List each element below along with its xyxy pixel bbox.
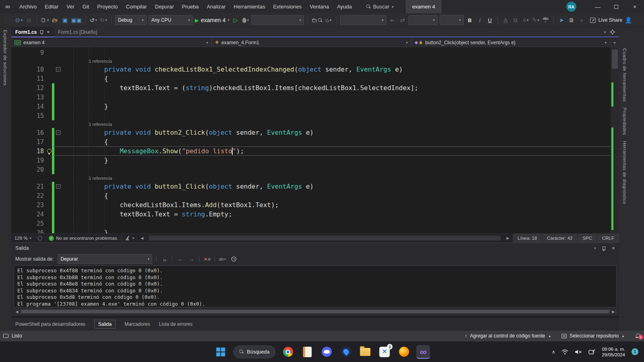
code-line-25[interactable]: 25 (11, 219, 611, 228)
hscroll-right-arrow[interactable]: ▶ (503, 236, 512, 240)
underline-button[interactable]: U (486, 15, 494, 25)
code-line-24[interactable]: 24 textBox1.Text = string.Empty; (11, 210, 611, 219)
add-source-control-button[interactable]: ↑ Agregar al control de código fuente ▲ (465, 333, 551, 339)
editor-vertical-scrollbar[interactable] (611, 47, 619, 233)
empty-dropdown-1[interactable]: ▾ (252, 15, 304, 25)
collapse-region-icon[interactable]: − (56, 184, 60, 189)
menu-herramientas[interactable]: Herramientas (230, 0, 269, 13)
pin-icon[interactable] (39, 30, 44, 34)
code-line-12[interactable]: 12 textBox1.Text = (string)checkedListBo… (11, 83, 611, 93)
codelens-row[interactable]: 1 referencia (11, 57, 611, 65)
output-horizontal-scrollbar[interactable]: ◀ ▶ (14, 309, 617, 315)
menu-analizar[interactable]: Analizar (203, 0, 230, 13)
paint-app-icon[interactable] (339, 345, 353, 359)
document-outline-button[interactable]: 🗎 (568, 15, 576, 25)
open-folder-button[interactable]: 🗁 (51, 15, 59, 25)
solution-explorer-sync-button[interactable]: ⌂▾ (324, 15, 332, 25)
menu-ayuda[interactable]: Ayuda (333, 0, 356, 13)
empty-dropdown-4[interactable]: ▾ (440, 15, 464, 25)
save-button[interactable]: ▣ (61, 15, 69, 25)
menu-prueba[interactable]: Prueba (178, 0, 203, 13)
close-panel-icon[interactable]: × (612, 245, 615, 251)
menu-compilar[interactable]: Compilar (122, 0, 151, 13)
clear-all-icon[interactable]: ✕≡ (203, 255, 211, 263)
toolbar-overflow-button[interactable]: » (578, 15, 586, 25)
file-explorer-icon[interactable] (359, 345, 372, 359)
tab-form1-cs-design[interactable]: Form1.cs [Diseño] (54, 27, 101, 37)
line-ending-indicator[interactable]: CRLF (597, 234, 619, 243)
document-list-dropdown-icon[interactable]: ▾ (604, 30, 606, 34)
solution-explorer-vertical-tab[interactable]: Explorador de soluciones (3, 30, 8, 86)
project-dropdown[interactable]: C# examen 4 ▾ (11, 38, 212, 47)
previous-message-icon[interactable]: ← (176, 255, 184, 263)
select-repository-button[interactable]: ⊟ Seleccionar repositorio ▲ (561, 333, 625, 339)
store-app-icon[interactable]: 1 (378, 345, 392, 359)
menu-extensiones[interactable]: Extensiones (269, 0, 306, 13)
taskbar-search[interactable]: Búsqueda (233, 346, 275, 358)
configuration-dropdown[interactable]: Debug▾ (115, 15, 147, 25)
properties-vertical-tab[interactable]: Propiedades (622, 107, 627, 135)
line-indicator[interactable]: Línea: 18 (512, 234, 542, 243)
menu-archivo[interactable]: Archivo (15, 0, 41, 13)
code-line-18[interactable]: 18 MessageBox.Show("pedido listo"); (11, 146, 611, 156)
pen-input-icon[interactable] (588, 349, 595, 355)
menu-ver[interactable]: Ver (62, 0, 78, 13)
code-line-15[interactable]: 15 (11, 111, 611, 120)
notification-center-badge[interactable]: 1 (632, 348, 638, 355)
code-line-17[interactable]: 17 { (11, 137, 611, 146)
tab-error-list[interactable]: Lista de errores (159, 321, 192, 327)
close-button[interactable]: × (625, 0, 644, 13)
code-line-21[interactable]: 21 − private void button1_Click(object s… (11, 182, 611, 191)
collapse-region-icon[interactable]: − (56, 67, 60, 72)
code-line-16[interactable]: 16 − private void button2_Click(object s… (11, 128, 611, 137)
member-dropdown[interactable]: ◆🔒 button2_Click(object sender, EventArg… (411, 38, 610, 47)
scrollbar-thumb[interactable] (612, 49, 618, 69)
search-control[interactable]: Buscar ▾ (366, 4, 394, 10)
bold-button[interactable]: B (466, 15, 474, 25)
collapse-region-icon[interactable]: − (56, 130, 60, 135)
output-content[interactable]: El subproceso 0x4f88 terminó con código … (14, 265, 617, 307)
save-all-button[interactable]: ▣▣ (71, 15, 82, 25)
scroll-left-arrow[interactable]: ◀ (14, 310, 20, 314)
zoom-dropdown[interactable]: 129 %▾ (11, 236, 35, 241)
empty-dropdown-3[interactable]: ▾ (409, 15, 438, 25)
gear-icon[interactable] (610, 29, 615, 35)
navigate-forward-button[interactable]: ⊙ (25, 15, 33, 25)
chrome-icon[interactable] (281, 345, 295, 359)
split-editor-button[interactable]: ⫟ (610, 38, 619, 47)
diagnostics-vertical-tab[interactable]: Herramientas de diagnóstico (622, 141, 627, 204)
start-without-debugging-button[interactable]: ▷ (231, 15, 239, 25)
class-dropdown[interactable]: ❖ examen_4.Form1 ▾ (212, 38, 411, 47)
format-painter-button[interactable]: ✎▾ (532, 15, 540, 25)
column-indicator[interactable]: Carácter: 42 (542, 234, 577, 243)
live-share-button[interactable]: ↗ Live Share (590, 17, 622, 23)
scrollbar-thumb[interactable] (21, 310, 609, 313)
minimize-button[interactable]: — (588, 0, 607, 13)
new-project-button[interactable]: 🗋▾ (41, 15, 49, 25)
add-user-button[interactable]: 👤 (624, 15, 632, 25)
align-button[interactable]: ≡▾ (522, 15, 530, 25)
italic-button[interactable]: I (476, 15, 484, 25)
menu-editar[interactable]: Editar (41, 0, 62, 13)
scroll-right-arrow[interactable]: ▶ (610, 310, 617, 314)
wifi-icon[interactable] (561, 349, 568, 355)
hot-reload-button[interactable]: ▾ (242, 15, 250, 25)
clock-icon[interactable] (230, 255, 237, 263)
toolbox-vertical-tab[interactable]: Cuadro de herramientas (622, 48, 627, 102)
start-debugging-button[interactable]: ▶ examen 4 ▾ (195, 15, 229, 25)
lightbulb-icon[interactable] (47, 149, 52, 153)
find-in-files-button[interactable]: 🗀 (312, 15, 322, 25)
menu-depurar[interactable]: Depurar (151, 0, 178, 13)
code-editor[interactable]: 9 1 referencia 10 − private void checked… (11, 47, 619, 233)
tab-output[interactable]: Salida (94, 320, 116, 329)
menu-git[interactable]: Git (78, 0, 93, 13)
code-cleanup-button[interactable]: ▾ (122, 236, 138, 241)
word-wrap-icon[interactable]: ab↵ (219, 255, 226, 263)
avatar[interactable]: RA (566, 2, 576, 12)
editor-horizontal-scrollbar[interactable] (147, 234, 503, 243)
navigate-buttons[interactable]: ⇄ (398, 15, 407, 25)
next-message-icon[interactable]: → (188, 255, 195, 263)
output-source-dropdown[interactable]: Depurar ▾ (58, 254, 152, 264)
visual-studio-taskbar-icon[interactable]: ∞ (417, 345, 430, 359)
code-line-14[interactable]: 14 } (11, 102, 611, 111)
